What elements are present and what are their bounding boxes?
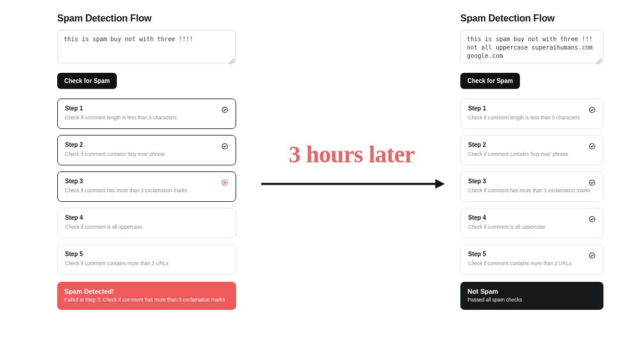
- step-description: Check if comment contains more than 2 UR…: [65, 260, 228, 267]
- page-title: Spam Detection Flow: [57, 13, 236, 24]
- svg-marker-11: [435, 179, 445, 189]
- step-title: Step 2: [468, 141, 596, 148]
- step-description: Check if comment is all uppercase: [65, 224, 228, 230]
- comment-input-wrapper: [460, 30, 603, 66]
- step-description: Check if comment length is less than 5 c…: [65, 115, 228, 121]
- check-circle-icon: [589, 251, 596, 258]
- steps-list-left: Step 1Check if comment length is less th…: [57, 99, 236, 275]
- comment-input-wrapper: [57, 30, 236, 66]
- step-description: Check if comment has more than 3 exclama…: [65, 187, 228, 194]
- step-card: Step 5Check if comment contains more tha…: [460, 244, 603, 275]
- result-subtitle: Passed all spam checks: [467, 297, 596, 303]
- page-title: Spam Detection Flow: [460, 13, 603, 24]
- step-title: Step 1: [65, 105, 228, 112]
- step-card: Step 4Check if comment is all uppercase: [57, 208, 236, 238]
- check-spam-button[interactable]: Check for Spam: [57, 73, 117, 89]
- step-card: Step 3Check if comment has more than 3 e…: [460, 171, 603, 202]
- step-description: Check if comment length is less than 5 c…: [468, 115, 596, 121]
- check-circle-icon: [221, 105, 228, 112]
- step-description: Check if comment has more than 3 exclama…: [468, 187, 596, 194]
- step-description: Check if comment contains 'buy now' phra…: [65, 151, 228, 158]
- step-description: Check if comment contains 'buy now' phra…: [468, 151, 596, 158]
- step-card: Step 2Check if comment contains 'buy now…: [460, 135, 603, 165]
- spam-flow-panel-right: Spam Detection Flow Check for Spam Step …: [460, 13, 603, 310]
- check-circle-icon: [589, 178, 596, 185]
- result-title: Not Spam: [467, 288, 596, 295]
- check-circle-icon: [589, 105, 596, 112]
- step-card: Step 4Check if comment is all uppercase: [460, 208, 603, 238]
- result-subtitle: Failed at Step 3: Check if comment has m…: [64, 297, 229, 303]
- step-title: Step 1: [468, 105, 596, 112]
- result-banner-spam: Spam Detected! Failed at Step 3: Check i…: [57, 282, 236, 310]
- step-title: Step 3: [65, 178, 228, 184]
- step-card: Step 1Check if comment length is less th…: [57, 99, 236, 129]
- step-card: Step 5Check if comment contains more tha…: [57, 244, 236, 275]
- result-title: Spam Detected!: [64, 288, 229, 295]
- step-title: Step 2: [65, 141, 228, 148]
- step-title: Step 4: [468, 214, 596, 221]
- step-title: Step 3: [468, 178, 596, 184]
- step-title: Step 4: [65, 214, 228, 221]
- arrow-right-icon: [256, 176, 447, 192]
- spam-flow-panel-left: Spam Detection Flow Check for Spam Step …: [57, 13, 236, 310]
- check-circle-icon: [589, 214, 596, 222]
- result-banner-ok: Not Spam Passed all spam checks: [460, 282, 603, 310]
- step-title: Step 5: [468, 251, 596, 257]
- comment-input[interactable]: [57, 30, 236, 63]
- step-description: Check if comment is all uppercase: [468, 224, 596, 230]
- steps-list-right: Step 1Check if comment length is less th…: [460, 99, 603, 275]
- check-circle-icon: [589, 141, 596, 149]
- step-title: Step 5: [65, 251, 228, 257]
- resize-handle-icon[interactable]: [229, 59, 235, 64]
- x-circle-icon: [221, 178, 228, 185]
- check-spam-button[interactable]: Check for Spam: [460, 73, 520, 89]
- step-description: Check if comment contains more than 2 UR…: [468, 260, 596, 267]
- resize-handle-icon[interactable]: [596, 59, 602, 64]
- step-card: Step 1Check if comment length is less th…: [460, 99, 603, 129]
- empty-icon: [221, 214, 228, 222]
- comment-input[interactable]: [460, 30, 603, 63]
- step-card: Step 3Check if comment has more than 3 e…: [57, 171, 236, 202]
- step-card: Step 2Check if comment contains 'buy now…: [57, 135, 236, 165]
- empty-icon: [221, 251, 228, 258]
- time-annotation: 3 hours later: [256, 140, 447, 195]
- check-circle-icon: [221, 141, 228, 149]
- annotation-text: 3 hours later: [256, 140, 447, 168]
